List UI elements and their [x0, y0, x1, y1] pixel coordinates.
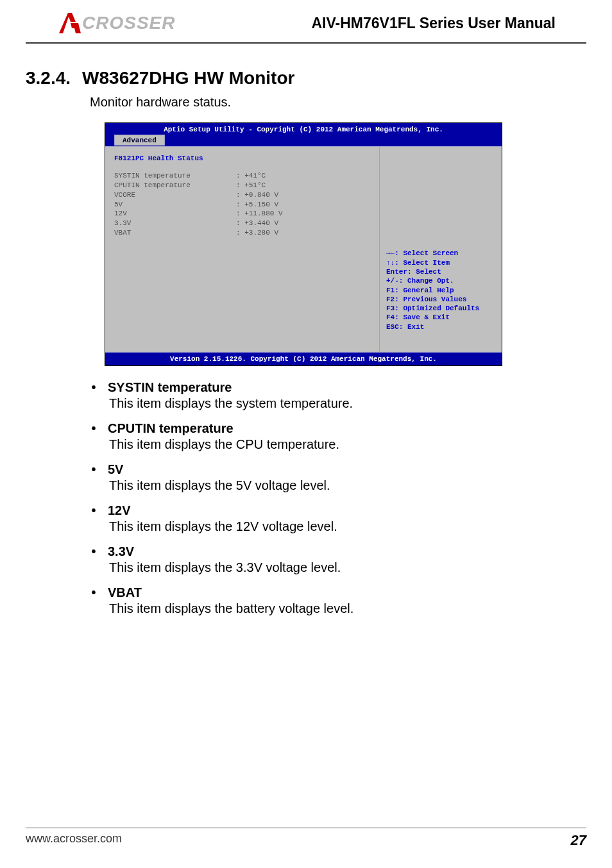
bullet-title: 5V: [108, 462, 123, 477]
bios-tab-advanced: Advanced: [114, 135, 165, 146]
bios-row-3v3: 3.3V : +3.440 V: [114, 219, 370, 228]
bios-row-cputin: CPUTIN temperature : +51°C: [114, 181, 370, 190]
bullet-title: SYSTIN temperature: [108, 380, 232, 395]
bios-label: SYSTIN temperature: [114, 171, 236, 181]
bios-help-line: F4: Save & Exit: [386, 313, 495, 322]
bullet-head: • CPUTIN temperature: [90, 421, 561, 436]
section-title: W83627DHG HW Monitor: [82, 68, 294, 88]
bullet-head: • SYSTIN temperature: [90, 380, 561, 395]
bullet-item-3v3: • 3.3V This item displays the 3.3V volta…: [90, 544, 561, 575]
bullet-marker-icon: •: [90, 380, 98, 395]
bios-section-title: F8121PC Health Status: [114, 154, 370, 162]
bios-help-line: ↑↓: Select Item: [386, 258, 495, 267]
bullet-description: This item displays the 3.3V voltage leve…: [109, 560, 561, 575]
bios-value: : +41°C: [236, 171, 370, 181]
bullet-description: This item displays the system temperatur…: [109, 396, 561, 411]
bios-help-line: F1: General Help: [386, 286, 495, 295]
bios-value: : +0.840 V: [236, 190, 370, 200]
bios-help-line: F2: Previous Values: [386, 295, 495, 304]
bullet-head: • 5V: [90, 462, 561, 477]
bios-label: VCORE: [114, 190, 236, 200]
bios-footer: Version 2.15.1226. Copyright (C) 2012 Am…: [105, 352, 502, 365]
bios-main-panel: F8121PC Health Status SYSTIN temperature…: [105, 147, 380, 352]
bullet-head: • 12V: [90, 503, 561, 518]
bios-row-vcore: VCORE : +0.840 V: [114, 190, 370, 200]
bios-help-line: Enter: Select: [386, 267, 495, 276]
logo: CROSSER: [56, 10, 175, 36]
bios-help-line: ESC: Exit: [386, 322, 495, 331]
section-intro: Monitor hardware status.: [90, 95, 561, 110]
bios-value: : +3.440 V: [236, 219, 370, 228]
page-content: 3.2.4. W83627DHG HW Monitor Monitor hard…: [0, 47, 612, 616]
logo-icon: [56, 10, 82, 36]
bullet-marker-icon: •: [90, 462, 98, 477]
bios-value: : +11.880 V: [236, 209, 370, 219]
section-heading: 3.2.4. W83627DHG HW Monitor: [26, 68, 561, 88]
bullet-description: This item displays the 5V voltage level.: [109, 478, 561, 493]
bullet-marker-icon: •: [90, 503, 98, 518]
bios-label: 5V: [114, 200, 236, 210]
bios-label: VBAT: [114, 228, 236, 238]
bullet-head: • VBAT: [90, 585, 561, 600]
bullet-description: This item displays the battery voltage l…: [109, 601, 561, 616]
bios-row-vbat: VBAT : +3.280 V: [114, 228, 370, 238]
bios-tab-row: Advanced: [105, 135, 502, 147]
bullet-item-5v: • 5V This item displays the 5V voltage l…: [90, 462, 561, 493]
logo-text: CROSSER: [82, 13, 175, 33]
bios-value: : +51°C: [236, 181, 370, 190]
bullet-description: This item displays the 12V voltage level…: [109, 519, 561, 534]
bios-screenshot: Aptio Setup Utility - Copyright (C) 2012…: [105, 122, 502, 366]
bios-value: : +3.280 V: [236, 228, 370, 238]
bios-body: F8121PC Health Status SYSTIN temperature…: [105, 147, 502, 352]
bios-value: : +5.150 V: [236, 200, 370, 210]
bios-label: 12V: [114, 209, 236, 219]
bios-row-systin: SYSTIN temperature : +41°C: [114, 171, 370, 181]
bullet-list: • SYSTIN temperature This item displays …: [90, 380, 561, 616]
bullet-head: • 3.3V: [90, 544, 561, 559]
bios-help-line: +/-: Change Opt.: [386, 276, 495, 285]
bullet-item-12v: • 12V This item displays the 12V voltage…: [90, 503, 561, 534]
bullet-item-cputin: • CPUTIN temperature This item displays …: [90, 421, 561, 452]
bios-row-5v: 5V : +5.150 V: [114, 200, 370, 210]
section-number: 3.2.4.: [26, 68, 71, 88]
bullet-item-systin: • SYSTIN temperature This item displays …: [90, 380, 561, 411]
bios-help-line: →←: Select Screen: [386, 249, 495, 258]
page-footer: www.acrosser.com 27: [26, 828, 586, 849]
page-header: CROSSER AIV-HM76V1FL Series User Manual: [26, 0, 586, 44]
bullet-title: 3.3V: [108, 544, 134, 559]
bullet-marker-icon: •: [90, 421, 98, 436]
bullet-description: This item displays the CPU temperature.: [109, 437, 561, 452]
bullet-marker-icon: •: [90, 585, 98, 600]
bios-side-panel: →←: Select Screen ↑↓: Select Item Enter:…: [380, 147, 502, 352]
bullet-item-vbat: • VBAT This item displays the battery vo…: [90, 585, 561, 616]
bullet-title: CPUTIN temperature: [108, 421, 234, 436]
document-title: AIV-HM76V1FL Series User Manual: [312, 15, 556, 32]
bullet-marker-icon: •: [90, 544, 98, 559]
footer-url: www.acrosser.com: [26, 832, 122, 849]
bios-label: 3.3V: [114, 219, 236, 228]
bullet-title: 12V: [108, 503, 131, 518]
bios-help-line: F3: Optimized Defaults: [386, 304, 495, 313]
bios-row-12v: 12V : +11.880 V: [114, 209, 370, 219]
bios-help-legend: →←: Select Screen ↑↓: Select Item Enter:…: [386, 249, 495, 344]
bullet-title: VBAT: [108, 585, 142, 600]
bios-label: CPUTIN temperature: [114, 181, 236, 190]
footer-page-number: 27: [571, 832, 586, 849]
bios-titlebar: Aptio Setup Utility - Copyright (C) 2012…: [105, 123, 502, 135]
